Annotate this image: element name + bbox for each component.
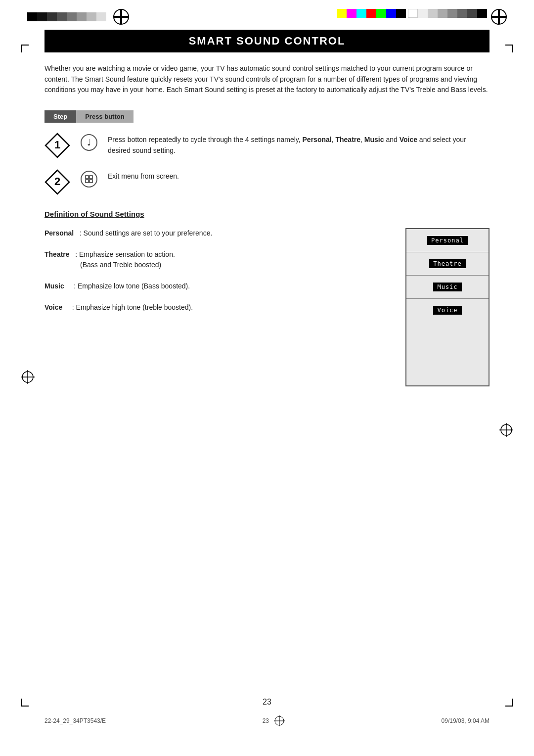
definition-list: Personal : Sound settings are set to you… — [44, 228, 391, 324]
page-number: 23 — [263, 698, 271, 707]
footer-bar: 22-24_29_34PT3543/E 23 09/19/03, 9:04 AM — [0, 715, 534, 726]
definition-section: Definition of Sound Settings Personal : … — [44, 210, 490, 386]
svg-text:1: 1 — [54, 139, 60, 151]
theatre-sub: (Bass and Treble boosted) — [80, 260, 391, 270]
svg-rect-16 — [89, 180, 92, 183]
svg-rect-13 — [86, 176, 89, 179]
step-1-number: 1 — [44, 133, 70, 158]
step-1-icon: ♩ — [79, 133, 99, 152]
term-music: Music — [44, 282, 64, 290]
side-reg-mark-right — [499, 423, 513, 439]
side-reg-mark-left — [21, 370, 35, 386]
left-color-strip — [27, 9, 133, 25]
menu-label-music: Music — [433, 283, 461, 291]
svg-rect-15 — [86, 180, 89, 183]
step-2-row: 2 Exit menu from screen. — [44, 169, 490, 195]
svg-text:♩: ♩ — [87, 138, 91, 147]
intro-paragraph: Whether you are watching a movie or vide… — [44, 63, 490, 95]
term-voice: Voice — [44, 303, 62, 311]
def-theatre: Theatre : Emphasize sensation to action.… — [44, 249, 391, 270]
black-swatches — [27, 12, 106, 21]
press-column-header: Press button — [76, 110, 133, 123]
reg-circle-right — [491, 9, 507, 25]
menu-item-music: Music — [406, 276, 489, 299]
footer-right: 09/19/03, 9:04 AM — [442, 717, 490, 724]
def-music: Music : Emphasize low tone (Bass boosted… — [44, 281, 391, 291]
step-1-row: 1 ♩ Press botton repeatedly to cycle thr… — [44, 133, 490, 158]
steps-header: Step Press button — [44, 110, 490, 123]
menu-item-personal: Personal — [406, 229, 489, 252]
svg-point-12 — [81, 171, 97, 187]
corner-mark-tr — [505, 45, 513, 52]
page-title: Smart Sound Control — [44, 30, 490, 52]
step-2-number: 2 — [44, 169, 70, 195]
def-personal: Personal : Sound settings are set to you… — [44, 228, 391, 238]
step-1-description: Press botton repeatedly to cycle through… — [108, 133, 490, 156]
footer-page-num: 23 — [263, 717, 269, 724]
menu-item-theatre: Theatre — [406, 252, 489, 276]
menu-panel: Personal Theatre Music Voice — [405, 228, 490, 386]
svg-rect-14 — [89, 176, 92, 179]
menu-item-voice: Voice — [406, 299, 489, 322]
right-color-strip — [337, 9, 507, 25]
step-2-description: Exit menu from screen. — [108, 169, 179, 182]
step-column-header: Step — [44, 110, 76, 123]
menu-label-theatre: Theatre — [429, 259, 466, 268]
page-footer: 23 22-24_29_34PT3543/E 23 09/19/03, 9:04… — [0, 698, 534, 726]
menu-label-personal: Personal — [427, 236, 468, 245]
step-2-icon — [79, 169, 99, 189]
term-theatre: Theatre — [44, 250, 70, 258]
page-content: Smart Sound Control Whether you are watc… — [0, 25, 534, 416]
menu-label-voice: Voice — [433, 306, 461, 315]
corner-mark-tl — [21, 45, 29, 52]
def-voice: Voice : Emphasize high tone (treble boos… — [44, 302, 391, 313]
steps-list: 1 ♩ Press botton repeatedly to cycle thr… — [44, 133, 490, 195]
footer-left: 22-24_29_34PT3543/E — [44, 717, 106, 724]
definition-title: Definition of Sound Settings — [44, 210, 490, 218]
svg-text:2: 2 — [54, 175, 60, 188]
footer-center: 23 — [263, 715, 285, 726]
footer-reg-mark — [274, 715, 285, 726]
definition-content: Personal : Sound settings are set to you… — [44, 228, 490, 386]
term-personal: Personal — [44, 229, 74, 237]
top-decoration — [0, 0, 534, 25]
reg-circle-left — [113, 9, 129, 25]
